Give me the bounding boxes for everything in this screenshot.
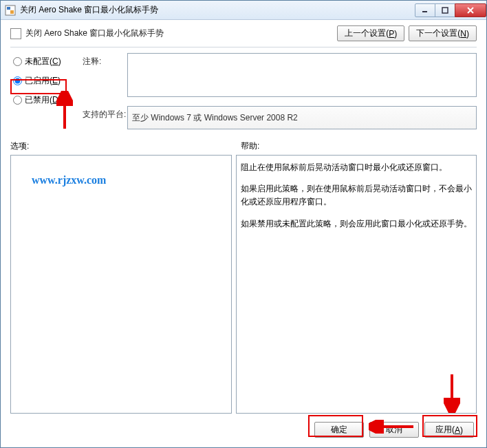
platform-value: 至少 Windows 7 或 Windows Server 2008 R2 [127,106,477,129]
window-title: 关闭 Aero Shake 窗口最小化鼠标手势 [20,4,415,16]
content-area: 关闭 Aero Shake 窗口最小化鼠标手势 上一个设置(P) 下一个设置(N… [1,20,486,447]
comment-textarea[interactable] [127,53,477,97]
annotation-arrow-icon [444,372,460,413]
help-panel: 阻止在使用鼠标前后晃动活动窗口时最小化或还原窗口。 如果启用此策略，则在使用鼠标… [236,155,477,414]
close-button[interactable] [455,3,486,17]
svg-rect-2 [10,10,14,14]
apply-button[interactable]: 应用(A) [424,422,474,438]
svg-rect-1 [7,7,10,10]
radio-disabled[interactable] [13,96,22,105]
nav-buttons: 上一个设置(P) 下一个设置(N) [337,25,477,41]
upper-grid: 未配置(C) 已启用(E) 已禁用(D) 注释: 支持的平台: 至少 Windo… [10,53,477,129]
help-paragraph: 如果启用此策略，则在使用鼠标前后晃动活动窗口时，不会最小化或还原应用程序窗口。 [241,182,472,209]
radio-disabled-label: 已禁用(D) [25,94,61,106]
header-row: 关闭 Aero Shake 窗口最小化鼠标手势 上一个设置(P) 下一个设置(N… [10,25,477,41]
policy-title: 关闭 Aero Shake 窗口最小化鼠标手势 [25,28,164,39]
next-setting-button[interactable]: 下一个设置(N) [409,25,477,41]
window-controls [415,3,486,17]
radio-enabled-label: 已启用(E) [25,75,61,87]
panels: 阻止在使用鼠标前后晃动活动窗口时最小化或还原窗口。 如果启用此策略，则在使用鼠标… [10,155,477,414]
help-paragraph: 如果禁用或未配置此策略，则会应用此窗口最小化或还原手势。 [241,217,472,231]
help-paragraph: 阻止在使用鼠标前后晃动活动窗口时最小化或还原窗口。 [241,161,472,174]
ok-button[interactable]: 确定 [314,422,364,438]
policy-icon [10,28,21,39]
help-label: 帮助: [241,140,259,152]
titlebar[interactable]: 关闭 Aero Shake 窗口最小化鼠标手势 [1,1,486,20]
platform-label: 支持的平台: [83,106,127,129]
section-labels: 选项: 帮助: [10,140,477,152]
prev-setting-button[interactable]: 上一个设置(P) [337,25,404,41]
annotation-arrow-icon [56,91,73,132]
comment-label: 注释: [83,53,127,99]
dialog-window: 关闭 Aero Shake 窗口最小化鼠标手势 关闭 Aero Shake 窗口… [0,0,487,448]
maximize-button[interactable] [435,3,455,17]
minimize-button[interactable] [415,3,435,17]
annotation-arrow-icon [369,420,417,434]
options-label: 选项: [10,140,241,152]
app-icon [5,5,16,16]
options-panel [10,155,232,414]
svg-rect-4 [442,8,448,13]
watermark-text: www.rjzxw.com [32,174,106,186]
radio-not-configured-label: 未配置(C) [25,56,61,67]
radio-enabled[interactable] [13,76,22,85]
divider [10,47,477,47]
radio-not-configured[interactable] [13,57,22,66]
